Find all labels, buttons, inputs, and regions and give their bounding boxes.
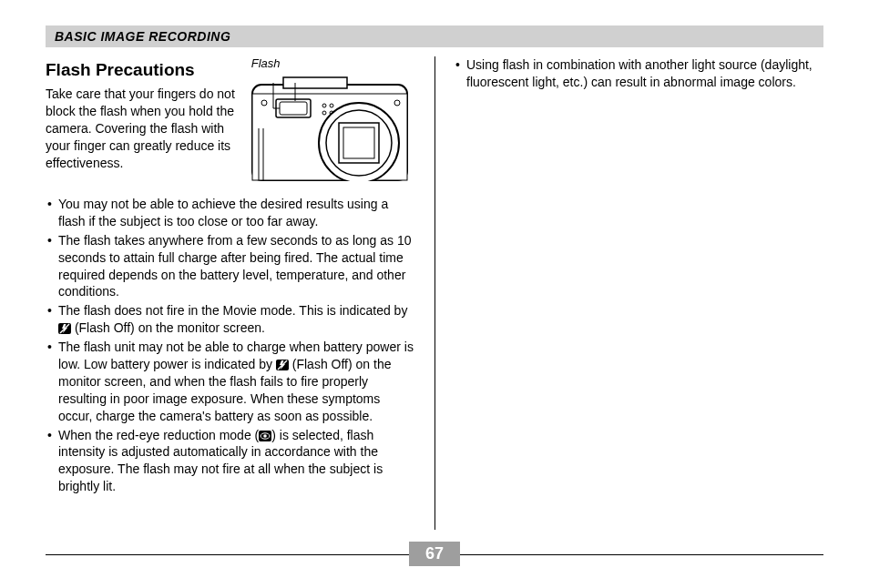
intro-row: Flash Precautions Take care that your fi… <box>46 56 416 185</box>
bullet-item: When the red-eye reduction mode () is se… <box>46 427 416 496</box>
svg-point-18 <box>261 100 267 106</box>
flash-off-icon <box>58 323 71 334</box>
camera-illustration <box>251 72 408 181</box>
left-bullet-list: You may not be able to achieve the desir… <box>46 196 416 495</box>
section-header: BASIC IMAGE RECORDING <box>46 25 823 47</box>
right-bullet-list: Using flash in combination with another … <box>454 56 823 91</box>
right-column: Using flash in combination with another … <box>434 56 823 530</box>
redeye-icon <box>259 431 271 441</box>
figure-label: Flash <box>251 56 416 70</box>
bullet-item: The flash unit may not be able to charge… <box>46 339 416 424</box>
page-number: 67 <box>409 542 460 566</box>
svg-rect-17 <box>343 127 374 158</box>
left-column: Flash Precautions Take care that your fi… <box>46 56 434 530</box>
intro-block: Flash Precautions Take care that your fi… <box>46 56 242 185</box>
intro-text: Take care that your fingers do not block… <box>46 86 242 171</box>
svg-point-19 <box>394 100 400 106</box>
section-title: Flash Precautions <box>46 60 242 80</box>
bullet-item: The flash takes anywhere from a few seco… <box>46 232 416 301</box>
bullet-item: The flash does not fire in the Movie mod… <box>46 302 416 337</box>
content-columns: Flash Precautions Take care that your fi… <box>46 56 823 530</box>
manual-page: BASIC IMAGE RECORDING Flash Precautions … <box>0 0 869 588</box>
page-number-wrap: 67 <box>0 542 869 566</box>
camera-figure: Flash <box>251 56 416 185</box>
svg-rect-4 <box>283 77 347 88</box>
flash-off-icon <box>276 360 289 370</box>
bullet-item: Using flash in combination with another … <box>454 56 823 91</box>
svg-rect-6 <box>280 102 307 115</box>
bullet-item: You may not be able to achieve the desir… <box>46 196 416 230</box>
